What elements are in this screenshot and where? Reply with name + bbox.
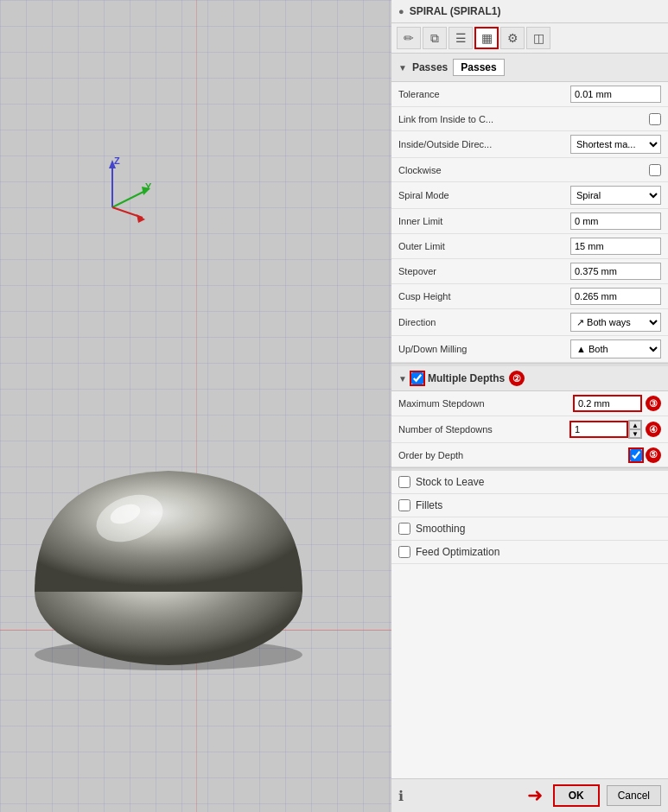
tolerance-row: Tolerance [391, 82, 668, 107]
link-inside-row: Link from Inside to C... [391, 107, 668, 131]
svg-line-7 [112, 190, 147, 207]
max-stepdown-label: Maximum Stepdown [398, 398, 573, 409]
num-stepdowns-input[interactable] [569, 421, 628, 438]
svg-text:Z: Z [114, 155, 120, 166]
cancel-button[interactable]: Cancel [607, 785, 661, 806]
spiral-mode-label: Spiral Mode [398, 190, 570, 200]
multiple-depths-title: Multiple Depths [428, 372, 505, 384]
direction-label: Direction [398, 317, 570, 327]
link-inside-checkbox[interactable] [649, 113, 661, 125]
order-by-depth-badge: ⑤ [646, 447, 661, 463]
footer: ℹ ➜ OK Cancel [391, 778, 668, 812]
3d-shape [26, 441, 320, 674]
inner-limit-input[interactable] [570, 213, 661, 230]
toolbar: ✏ ⧉ ☰ ▦ ⚙ ◫ [391, 23, 668, 54]
multiple-depths-checkbox[interactable] [411, 372, 423, 384]
arrow-indicator: ➜ [527, 784, 543, 807]
inner-limit-row: Inner Limit [391, 209, 668, 234]
section-header: ▼ Passes Passes [391, 54, 668, 82]
toolbar-btn-list[interactable]: ☰ [449, 27, 473, 49]
stepover-input[interactable] [570, 263, 661, 280]
smoothing-checkbox[interactable] [398, 523, 410, 535]
smoothing-section: Smoothing [391, 517, 668, 541]
stepover-row: Stepover [391, 259, 668, 284]
max-stepdown-badge: ③ [646, 396, 661, 411]
red-vertical-line [196, 0, 197, 812]
stock-to-leave-checkbox[interactable] [398, 476, 410, 488]
title-bar: ● SPIRAL (SPIRAL1) [391, 0, 668, 23]
title-text: SPIRAL (SPIRAL1) [410, 5, 501, 17]
inside-outside-row: Inside/Outside Direc... Shortest ma... I… [391, 131, 668, 158]
cusp-height-label: Cusp Height [398, 291, 570, 301]
order-by-depth-label: Order by Depth [398, 450, 630, 460]
toolbar-btn-display[interactable]: ◫ [526, 27, 550, 49]
multiple-depths-header: ▼ Multiple Depths ② [391, 366, 668, 391]
cusp-height-input[interactable] [570, 288, 661, 305]
outer-limit-label: Outer Limit [398, 241, 570, 251]
num-stepdowns-badge: ④ [646, 422, 661, 437]
link-inside-label: Link from Inside to C... [398, 114, 649, 124]
properties-panel: ● SPIRAL (SPIRAL1) ✏ ⧉ ☰ ▦ ⚙ ◫ ▼ Passes … [391, 0, 668, 812]
fillets-label: Fillets [416, 499, 442, 511]
svg-text:Y: Y [145, 181, 152, 192]
inside-outside-select[interactable]: Shortest ma... Inside to Outside Outside… [570, 135, 661, 154]
info-icon[interactable]: ℹ [398, 788, 404, 804]
outer-limit-row: Outer Limit [391, 234, 668, 259]
stock-to-leave-label: Stock to Leave [416, 476, 484, 488]
section-tab[interactable]: Passes [453, 59, 504, 76]
spiral-mode-row: Spiral Mode Spiral Contour [391, 182, 668, 209]
axes-indicator: Z Y [86, 155, 156, 227]
multiple-depths-badge: ② [509, 371, 525, 386]
smoothing-label: Smoothing [416, 523, 465, 535]
toolbar-btn-passes[interactable]: ▦ [474, 27, 499, 49]
cusp-height-row: Cusp Height [391, 284, 668, 309]
updown-milling-row: Up/Down Milling ▲ Both ▲ Climb only ▲ Co… [391, 336, 668, 363]
viewport: Z Y [0, 0, 391, 812]
clockwise-row: Clockwise [391, 158, 668, 182]
updown-milling-select[interactable]: ▲ Both ▲ Climb only ▲ Conventional only [570, 339, 661, 358]
stock-to-leave-section: Stock to Leave [391, 471, 668, 494]
order-by-depth-checkbox[interactable] [630, 449, 642, 461]
feed-optimization-section: Feed Optimization [391, 541, 668, 564]
outer-limit-input[interactable] [570, 238, 661, 255]
toolbar-btn-edit[interactable]: ✏ [397, 27, 421, 49]
updown-milling-label: Up/Down Milling [398, 344, 570, 354]
direction-select[interactable]: ↗ Both ways ↗ Climb ↗ Conventional [570, 313, 661, 332]
inner-limit-label: Inner Limit [398, 216, 570, 226]
stepdowns-down-btn[interactable]: ▼ [629, 429, 641, 438]
svg-marker-11 [137, 214, 145, 223]
max-stepdown-row: Maximum Stepdown ③ [391, 391, 668, 416]
direction-row: Direction ↗ Both ways ↗ Climb ↗ Conventi… [391, 309, 668, 336]
feed-optimization-label: Feed Optimization [416, 546, 499, 558]
multiple-depths-toggle[interactable]: ▼ [398, 374, 407, 384]
title-icon: ● [398, 6, 404, 16]
toolbar-btn-copy[interactable]: ⧉ [423, 27, 447, 49]
section-toggle[interactable]: ▼ [398, 63, 407, 73]
fillets-section: Fillets [391, 494, 668, 517]
stepdowns-up-btn[interactable]: ▲ [629, 421, 641, 429]
num-stepdowns-label: Number of Stepdowns [398, 424, 569, 435]
ok-button[interactable]: OK [553, 784, 600, 807]
clockwise-checkbox[interactable] [649, 164, 661, 176]
clockwise-label: Clockwise [398, 165, 649, 175]
spiral-mode-select[interactable]: Spiral Contour [570, 186, 661, 205]
tolerance-label: Tolerance [398, 89, 570, 99]
fillets-checkbox[interactable] [398, 499, 410, 511]
order-by-depth-row: Order by Depth ⑤ [391, 443, 668, 467]
toolbar-btn-settings[interactable]: ⚙ [500, 27, 525, 49]
form-content: Tolerance Link from Inside to C... Insid… [391, 82, 668, 778]
stepover-label: Stepover [398, 266, 570, 276]
inside-outside-label: Inside/Outside Direc... [398, 139, 570, 149]
max-stepdown-input[interactable] [573, 395, 642, 412]
section-title: Passes [412, 61, 448, 73]
num-stepdowns-row: Number of Stepdowns ▲ ▼ ④ [391, 416, 668, 443]
tolerance-input[interactable] [570, 86, 661, 103]
feed-optimization-checkbox[interactable] [398, 546, 410, 558]
